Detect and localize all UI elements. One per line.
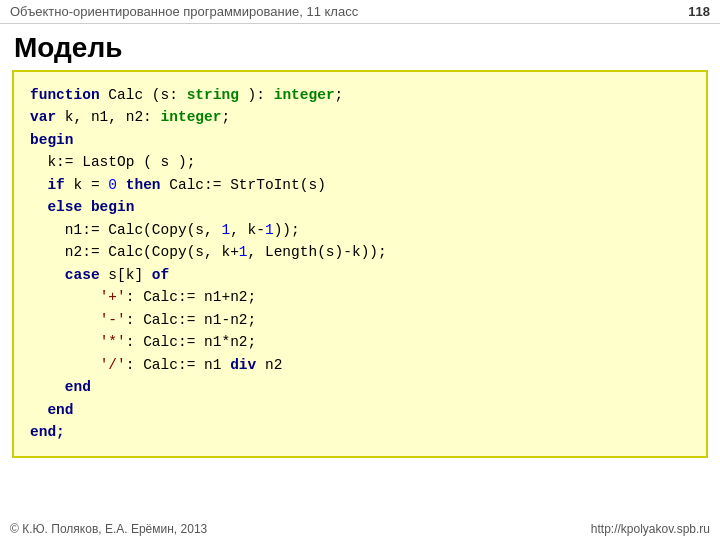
code-line-11: '-': Calc:= n1-n2; [30, 309, 690, 331]
header: Объектно-ориентированное программировани… [0, 0, 720, 24]
code-line-14: end [30, 376, 690, 398]
footer-left: © К.Ю. Поляков, Е.А. Ерёмин, 2013 [10, 522, 207, 536]
code-line-12: '*': Calc:= n1*n2; [30, 331, 690, 353]
code-line-2: var k, n1, n2: integer; [30, 106, 690, 128]
code-line-6: else begin [30, 196, 690, 218]
code-line-9: case s[k] of [30, 264, 690, 286]
code-line-7: n1:= Calc(Copy(s, 1, k-1)); [30, 219, 690, 241]
code-line-3: begin [30, 129, 690, 151]
code-line-13: '/': Calc:= n1 div n2 [30, 354, 690, 376]
code-line-1: function Calc (s: string ): integer; [30, 84, 690, 106]
footer-right: http://kpolyakov.spb.ru [591, 522, 710, 536]
code-block: function Calc (s: string ): integer; var… [12, 70, 708, 458]
code-line-5: if k = 0 then Calc:= StrToInt(s) [30, 174, 690, 196]
header-title: Объектно-ориентированное программировани… [10, 4, 358, 19]
code-line-16: end; [30, 421, 690, 443]
code-line-8: n2:= Calc(Copy(s, k+1, Length(s)-k)); [30, 241, 690, 263]
page-title: Модель [0, 24, 720, 70]
footer: © К.Ю. Поляков, Е.А. Ерёмин, 2013 http:/… [0, 518, 720, 540]
code-line-4: k:= LastOp ( s ); [30, 151, 690, 173]
code-line-15: end [30, 399, 690, 421]
header-page: 118 [688, 4, 710, 19]
code-line-10: '+': Calc:= n1+n2; [30, 286, 690, 308]
